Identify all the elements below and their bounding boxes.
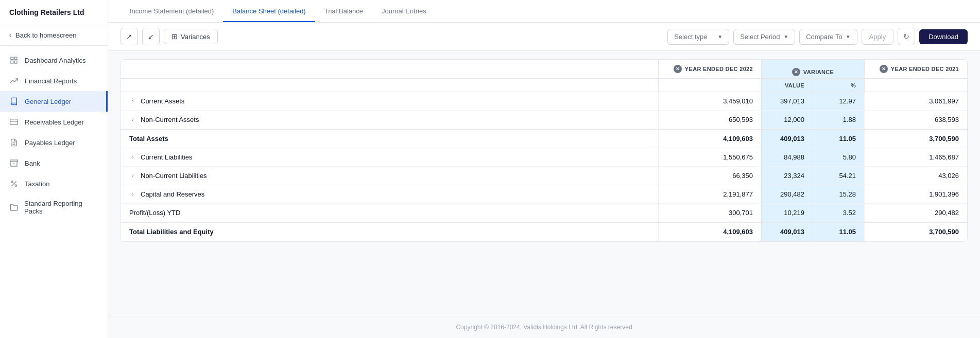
grid-icon — [9, 56, 19, 65]
svg-rect-3 — [14, 61, 17, 63]
row-var-value-non-current-liabilities: 23,324 — [761, 167, 813, 185]
back-button[interactable]: ‹ Back to homescreen — [0, 25, 108, 46]
reset-button[interactable]: ↻ — [898, 28, 915, 45]
expand-button[interactable]: ↗ — [121, 28, 138, 45]
sidebar-item-receivables-ledger[interactable]: Receivables Ledger — [0, 112, 108, 132]
row-col2-non-current-assets: 650,593 — [658, 111, 761, 129]
trending-up-icon — [9, 76, 19, 85]
sidebar-item-label: Standard Reporting Packs — [24, 200, 98, 215]
row-label-current-assets: ›Current Assets — [121, 92, 658, 110]
row-col2-non-current-liabilities: 66,350 — [658, 167, 761, 185]
table-subheader: VALUE % — [121, 79, 967, 92]
row-col4-current-liabilities: 1,465,687 — [864, 148, 967, 166]
report-table: ✕ YEAR ENDED DEC 2022 ✕ VARIANCE ✕ YEAR … — [121, 59, 968, 242]
reset-icon: ↻ — [903, 32, 909, 41]
row-var-pct-total-liabilities-equity: 11.05 — [813, 223, 864, 241]
tab-journal-entries[interactable]: Journal Entries — [372, 0, 436, 22]
company-name: Clothing Retailers Ltd — [0, 0, 108, 25]
row-var-value-total-liabilities-equity: 409,013 — [761, 223, 813, 241]
sidebar-item-label: Financial Reports — [25, 77, 77, 85]
select-period-chevron-icon: ▼ — [783, 34, 788, 40]
svg-point-12 — [15, 185, 16, 186]
svg-rect-4 — [10, 119, 18, 125]
table-row-non-current-assets: ›Non-Current Assets650,59312,0001.88638,… — [121, 111, 967, 129]
table-area: ✕ YEAR ENDED DEC 2022 ✕ VARIANCE ✕ YEAR … — [108, 51, 980, 316]
row-col4-non-current-liabilities: 43,026 — [864, 167, 967, 185]
row-col4-current-assets: 3,061,997 — [864, 92, 967, 110]
toolbar: ↗ ↙ ⊞ Variances Select type ▼ Select Per… — [108, 23, 980, 51]
th-sub-empty — [121, 79, 658, 92]
svg-point-11 — [11, 181, 13, 183]
row-label-total-assets: Total Assets — [121, 130, 658, 148]
credit-card-icon — [9, 117, 19, 127]
table-row-current-assets: ›Current Assets3,459,010397,01312.973,06… — [121, 92, 967, 111]
row-col2-current-assets: 3,459,010 — [658, 92, 761, 110]
sidebar-item-taxation[interactable]: Taxation — [0, 173, 108, 194]
close-variance-icon[interactable]: ✕ — [792, 68, 800, 76]
expand-row-chevron-icon[interactable]: › — [129, 98, 136, 105]
row-label-non-current-liabilities: ›Non-Current Liabilities — [121, 167, 658, 185]
table-row-non-current-liabilities: ›Non-Current Liabilities66,35023,32454.2… — [121, 167, 967, 185]
th-sub-pct: % — [813, 79, 864, 92]
select-type-dropdown[interactable]: Select type ▼ — [667, 29, 729, 45]
book-icon — [9, 97, 19, 106]
variances-button[interactable]: ⊞ Variances — [164, 29, 218, 44]
sidebar-item-standard-reporting[interactable]: Standard Reporting Packs — [0, 194, 108, 221]
sidebar-item-payables-ledger[interactable]: Payables Ledger — [0, 132, 108, 153]
expand-row-chevron-icon[interactable]: › — [129, 172, 136, 180]
row-var-pct-profit-loss-ytd: 3.52 — [813, 204, 864, 222]
sidebar-item-bank[interactable]: Bank — [0, 153, 108, 173]
svg-rect-0 — [11, 57, 13, 60]
sidebar-nav: Dashboard AnalyticsFinancial ReportsGene… — [0, 46, 108, 338]
row-col4-profit-loss-ytd: 290,482 — [864, 204, 967, 222]
row-var-pct-capital-reserves: 15.28 — [813, 185, 864, 203]
footer: Copyright © 2016-2024, Validis Holdings … — [108, 316, 980, 338]
select-type-label: Select type — [674, 33, 707, 41]
expand-row-chevron-icon[interactable]: › — [129, 116, 136, 123]
close-col2-icon[interactable]: ✕ — [674, 65, 682, 73]
sidebar-item-financial-reports[interactable]: Financial Reports — [0, 70, 108, 91]
th-sub-col4 — [864, 79, 967, 92]
back-label: Back to homescreen — [15, 31, 77, 39]
th-sub-value: VALUE — [761, 79, 813, 92]
svg-rect-8 — [10, 160, 18, 162]
tab-balance-sheet[interactable]: Balance Sheet (detailed) — [223, 0, 315, 22]
table-row-current-liabilities: ›Current Liabilities1,550,67584,9885.801… — [121, 148, 967, 167]
th-empty — [121, 60, 658, 78]
select-period-dropdown[interactable]: Select Period ▼ — [733, 29, 795, 45]
close-col4-icon[interactable]: ✕ — [880, 65, 888, 73]
collapse-button[interactable]: ↙ — [142, 28, 160, 45]
row-label-total-liabilities-equity: Total Liabilities and Equity — [121, 223, 658, 241]
sidebar-item-general-ledger[interactable]: General Ledger — [0, 91, 108, 112]
tab-trial-balance[interactable]: Trial Balance — [315, 0, 372, 22]
row-var-pct-current-liabilities: 5.80 — [813, 148, 864, 166]
sidebar-item-dashboard-analytics[interactable]: Dashboard Analytics — [0, 50, 108, 70]
compare-to-dropdown[interactable]: Compare To ▼ — [799, 29, 857, 45]
expand-row-chevron-icon[interactable]: › — [129, 191, 136, 198]
percent-icon — [9, 179, 19, 188]
row-var-value-current-liabilities: 84,988 — [761, 148, 813, 166]
sidebar-item-label: Taxation — [25, 180, 49, 188]
tab-income-statement[interactable]: Income Statement (detailed) — [121, 0, 223, 22]
sidebar-item-label: General Ledger — [25, 98, 71, 105]
table-row-profit-loss-ytd: Profit/(Loss) YTD300,70110,2193.52290,48… — [121, 204, 967, 222]
row-col4-non-current-assets: 638,593 — [864, 111, 967, 129]
row-var-pct-non-current-assets: 1.88 — [813, 111, 864, 129]
sidebar-item-label: Payables Ledger — [25, 139, 75, 147]
sidebar: Clothing Retailers Ltd ‹ Back to homescr… — [0, 0, 108, 338]
apply-button[interactable]: Apply — [862, 29, 894, 45]
row-var-pct-current-assets: 12.97 — [813, 92, 864, 110]
row-var-value-current-assets: 397,013 — [761, 92, 813, 110]
variances-label: Variances — [181, 33, 210, 41]
main-content: Income Statement (detailed)Balance Sheet… — [108, 0, 980, 338]
expand-row-chevron-icon[interactable]: › — [129, 154, 136, 161]
row-label-capital-reserves: ›Capital and Reserves — [121, 185, 658, 203]
select-period-label: Select Period — [740, 33, 780, 41]
back-chevron-icon: ‹ — [9, 32, 11, 39]
svg-rect-2 — [11, 61, 13, 63]
row-col4-total-liabilities-equity: 3,700,590 — [864, 223, 967, 241]
svg-rect-1 — [14, 57, 17, 60]
download-button[interactable]: Download — [919, 29, 968, 44]
table-row-total-liabilities-equity: Total Liabilities and Equity4,109,603409… — [121, 222, 967, 241]
th-col2: ✕ YEAR ENDED DEC 2022 — [658, 60, 761, 78]
